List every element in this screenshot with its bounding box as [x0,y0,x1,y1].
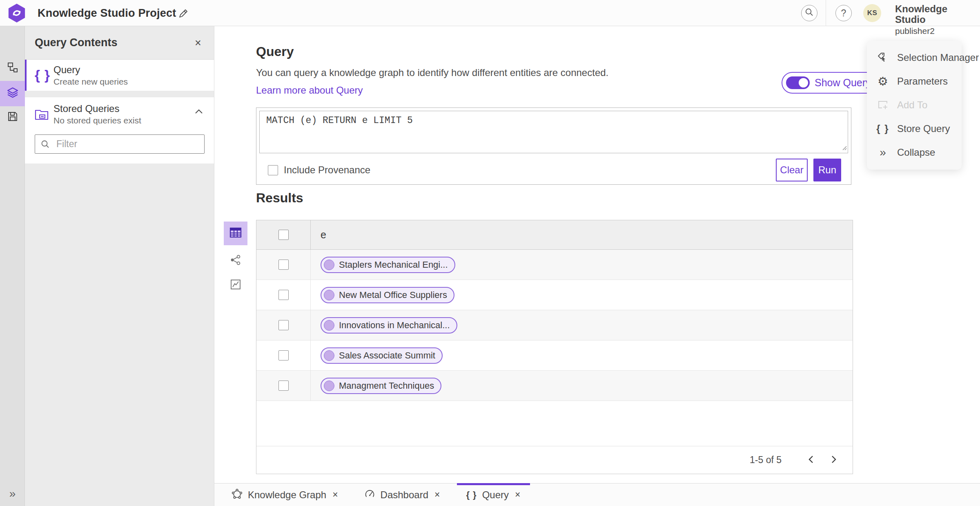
entity-label: Staplers Mechanical Engi... [339,260,448,270]
next-page-button[interactable] [824,450,844,470]
entity-dot-icon [324,320,334,331]
close-tab-icon[interactable]: × [434,489,441,500]
layers-icon [7,87,19,101]
chevron-up-icon [194,109,203,116]
close-panel-button[interactable]: × [191,36,205,50]
page-description: You can query a knowledge graph to ident… [256,67,608,78]
edit-title-button[interactable] [176,7,190,20]
tab-label: Query [482,489,509,501]
editor-wrap: MATCH (e) RETURN e LIMIT 5 [256,108,851,153]
query-item-title: Query [53,64,128,76]
app-name: Knowledge Studio [895,4,980,25]
contents-item-query[interactable]: { } Query Create new queries [25,60,214,91]
sidebar-item-save[interactable] [0,105,25,130]
app-logo-icon[interactable] [7,3,26,23]
collapse-panel-button[interactable]: » Collapse [867,141,962,164]
store-query-button[interactable]: { } Store Query [867,117,962,141]
selection-manager-button[interactable]: Selection Manager [867,46,962,69]
results-table: e Staplers Mechanical Engi... New [256,220,853,474]
row-checkbox[interactable] [278,260,289,270]
action-label: Selection Manager [897,52,979,63]
help-button[interactable]: ? [835,5,852,21]
show-query-label: Show Query [815,77,871,89]
chevron-right-icon [831,455,837,466]
filter-input[interactable] [35,134,205,154]
panel-gap [25,91,214,97]
tab-query[interactable]: { } Query × [457,484,530,506]
close-tab-icon[interactable]: × [514,489,521,500]
user-info[interactable]: Knowledge Studio publisher2 [895,4,980,36]
entity-dot-icon [324,350,334,361]
prev-page-button[interactable] [801,450,821,470]
left-icon-rail: » [0,26,25,506]
contents-item-stored-queries[interactable]: Stored Queries No stored queries exist [35,103,204,125]
entity-dot-icon [324,260,334,270]
graph-view-button[interactable] [224,252,247,270]
row-checkbox[interactable] [278,290,289,300]
top-bar: Knowledge Studio Project ? KS Knowledge … [0,0,980,26]
project-title: Knowledge Studio Project [38,0,176,26]
user-avatar[interactable]: KS [863,4,881,22]
stored-queries-title: Stored Queries [53,103,141,114]
collapse-section-button[interactable] [194,109,203,116]
avatar-initials: KS [867,9,878,17]
query-editor[interactable]: MATCH (e) RETURN e LIMIT 5 [259,111,848,153]
close-icon: × [195,37,201,49]
table-view-button[interactable] [224,222,247,245]
tab-dashboard[interactable]: Dashboard × [355,484,450,506]
table-row: New Metal Office Suppliers [256,280,853,310]
row-checkbox[interactable] [278,381,289,391]
stored-queries-subtitle: No stored queries exist [53,116,141,125]
select-all-checkbox[interactable] [278,230,289,240]
row-checkbox[interactable] [278,350,289,360]
expand-rail-button[interactable]: » [0,485,25,503]
gear-icon: ⚙ [876,74,890,88]
show-query-toggle[interactable]: Show Query [782,72,880,94]
tab-label: Dashboard [381,489,428,501]
table-row: Staplers Mechanical Engi... [256,250,853,280]
entity-pill[interactable]: Managment Techniques [321,378,441,394]
query-editor-card: MATCH (e) RETURN e LIMIT 5 Include Prove… [256,107,851,185]
entity-label: Managment Techniques [339,381,434,391]
results-view-switcher [224,222,249,294]
chevron-left-icon [808,455,814,466]
chart-view-button[interactable] [224,276,247,294]
double-chevron-right-icon: » [9,487,16,500]
sidebar-item-hierarchy[interactable] [0,56,25,81]
document-tab-bar: Knowledge Graph × Dashboard × { } Query … [214,483,980,506]
entity-pill[interactable]: Staplers Mechanical Engi... [321,257,455,273]
entity-pill[interactable]: Sales Associate Summit [321,347,443,364]
pagination-bar: 1-5 of 5 [256,446,853,474]
action-label: Collapse [897,147,935,158]
folder-icon [35,108,53,121]
global-search-button[interactable] [801,5,817,21]
entity-pill[interactable]: Innovations in Mechanical... [321,317,457,334]
close-tab-icon[interactable]: × [332,489,339,500]
table-row: Managment Techniques [256,371,853,401]
entity-label: Innovations in Mechanical... [339,320,450,331]
run-button[interactable]: Run [813,159,841,181]
learn-more-link[interactable]: Learn more about Query [256,85,363,96]
braces-icon: { } [35,67,53,83]
parameters-button[interactable]: ⚙ Parameters [867,69,962,93]
include-provenance-label: Include Provenance [284,164,370,176]
filter-search-icon [40,139,50,151]
header-check-cell [256,220,311,249]
table-icon [229,227,242,240]
tab-label: Knowledge Graph [248,489,326,501]
entity-pill[interactable]: New Metal Office Suppliers [321,287,454,303]
tab-knowledge-graph[interactable]: Knowledge Graph × [223,484,348,506]
save-icon [7,111,18,123]
braces-icon: { } [876,123,890,134]
pagination-range: 1-5 of 5 [750,455,782,466]
toggle-switch[interactable] [786,76,810,89]
editor-footer: Include Provenance Clear Run [256,156,851,184]
braces-icon: { } [466,490,477,500]
row-checkbox[interactable] [278,320,289,330]
sidebar-item-layers[interactable] [0,81,25,106]
add-to-icon [876,99,890,111]
include-provenance-checkbox[interactable] [268,165,278,175]
filter-field-wrap [35,134,204,154]
clear-button[interactable]: Clear [776,159,808,181]
resize-handle-icon[interactable] [842,145,847,152]
